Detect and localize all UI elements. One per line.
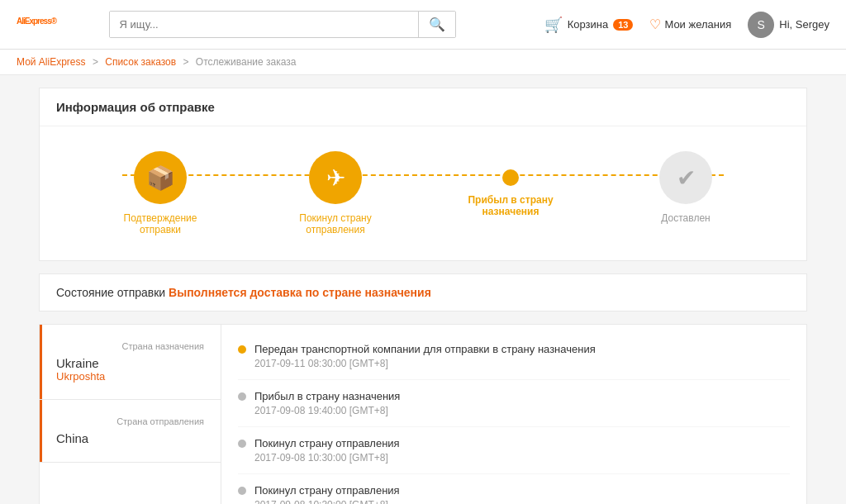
destination-country: Ukraine: [56, 356, 204, 370]
track-content-1: Прибыл в страну назначения 2017-09-08 19…: [254, 390, 400, 416]
track-title-3: Покинул страну отправления: [254, 484, 400, 497]
cart-count: 13: [613, 19, 633, 31]
step-arrived-dot: [502, 169, 519, 186]
breadcrumb-current: Отслеживание заказа: [196, 56, 297, 68]
step-departed-label: Покинул страну отправления: [286, 212, 385, 235]
track-event-1: Прибыл в страну назначения 2017-09-08 19…: [238, 380, 790, 427]
avatar: S: [748, 12, 774, 38]
tracking-card: Страна назначения Ukraine Ukrposhta Стра…: [39, 324, 807, 504]
user-greeting: Hi, Sergey: [779, 18, 829, 31]
cart-button[interactable]: 🛒 Корзина 13: [544, 16, 634, 34]
origin-label: Страна отправления: [56, 416, 204, 426]
step-arrived: Прибыл в страну назначения: [423, 151, 598, 217]
track-date-1: 2017-09-08 19:40:00 [GMT+8]: [254, 405, 400, 416]
main-content: Информация об отправке 📦 Подтверждение о…: [26, 75, 820, 504]
wishlist-button[interactable]: ♡ Мои желания: [649, 17, 731, 32]
step-confirmed-label: Подтверждение отправки: [111, 212, 210, 235]
track-title-1: Прибыл в страну назначения: [254, 390, 400, 402]
step-confirmed: 📦 Подтверждение отправки: [73, 151, 248, 235]
status-prefix: Состояние отправки: [56, 286, 165, 299]
destination-label: Страна назначения: [56, 341, 204, 351]
logo: AliExpress®: [17, 12, 56, 38]
search-button[interactable]: 🔍: [418, 12, 455, 37]
cart-label: Корзина: [568, 18, 609, 31]
wishlist-label: Мои желания: [664, 18, 731, 31]
step-delivered-label: Доставлен: [661, 212, 710, 224]
step-departed: ✈ Покинул страну отправления: [248, 151, 423, 235]
track-event-0: Передан транспортной компании для отправ…: [238, 333, 790, 380]
breadcrumb-orders[interactable]: Список заказов: [105, 56, 176, 68]
user-button[interactable]: S Hi, Sergey: [748, 12, 829, 38]
track-event-3: Покинул страну отправления 2017-09-08 10…: [238, 474, 790, 504]
track-dot-3: [238, 487, 246, 495]
progress-tracker: 📦 Подтверждение отправки ✈ Покинул стран…: [40, 126, 806, 260]
search-input[interactable]: [110, 12, 418, 37]
logo-text: AliExpress: [17, 16, 51, 25]
tracking-events: Передан транспортной компании для отправ…: [221, 325, 806, 504]
breadcrumb-sep-1: >: [93, 56, 101, 68]
breadcrumb: Мой AliExpress > Список заказов > Отслеж…: [0, 50, 846, 75]
track-dot-0: [238, 345, 246, 354]
breadcrumb-sep-2: >: [183, 56, 191, 68]
step-arrived-label: Прибыл в страну назначения: [461, 194, 560, 217]
track-date-0: 2017-09-11 08:30:00 [GMT+8]: [254, 358, 596, 369]
status-card: Состояние отправки Выполняется доставка …: [39, 273, 807, 311]
heart-icon: ♡: [649, 17, 661, 32]
search-bar: 🔍: [109, 11, 456, 38]
track-dot-1: [238, 392, 246, 401]
step-confirmed-icon: 📦: [134, 151, 187, 204]
shipping-info-card: Информация об отправке 📦 Подтверждение о…: [39, 88, 807, 261]
track-date-3: 2017-09-08 10:30:00 [GMT+8]: [254, 499, 400, 504]
card-title: Информация об отправке: [40, 88, 806, 126]
track-title-2: Покинул страну отправления: [254, 437, 400, 449]
track-content-3: Покинул страну отправления 2017-09-08 10…: [254, 484, 400, 504]
status-highlight: Выполняется доставка по стране назначени…: [169, 286, 431, 299]
destination-carrier[interactable]: Ukrposhta: [56, 370, 204, 383]
track-date-2: 2017-09-08 10:30:00 [GMT+8]: [254, 452, 400, 464]
track-dot-2: [238, 440, 246, 448]
tracking-left: Страна назначения Ukraine Ukrposhta Стра…: [40, 325, 221, 504]
destination-block: Страна назначения Ukraine Ukrposhta: [40, 325, 221, 400]
step-departed-icon: ✈: [309, 151, 362, 204]
track-event-2: Покинул страну отправления 2017-09-08 10…: [238, 427, 790, 474]
search-icon: 🔍: [429, 17, 445, 31]
breadcrumb-home[interactable]: Мой AliExpress: [17, 56, 86, 68]
header-right: 🛒 Корзина 13 ♡ Мои желания S Hi, Sergey: [544, 12, 829, 38]
track-content-0: Передан транспортной компании для отправ…: [254, 343, 596, 369]
cart-icon: 🛒: [544, 16, 563, 34]
step-delivered-icon: ✔: [659, 151, 712, 204]
track-title-0: Передан транспортной компании для отправ…: [254, 343, 596, 355]
header: AliExpress® 🔍 🛒 Корзина 13 ♡ Мои желания…: [0, 0, 846, 50]
origin-block: Страна отправления China: [40, 400, 221, 463]
step-delivered: ✔ Доставлен: [598, 151, 773, 224]
origin-country: China: [56, 431, 204, 445]
track-content-2: Покинул страну отправления 2017-09-08 10…: [254, 437, 400, 464]
